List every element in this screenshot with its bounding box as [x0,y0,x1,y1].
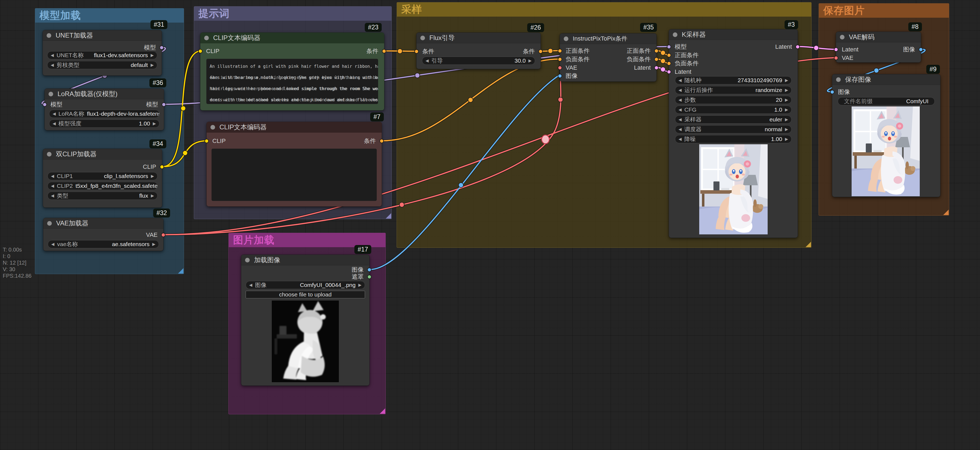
output-slot-negative[interactable] [654,57,659,62]
arrow-left-icon[interactable]: ◀ [678,107,682,112]
output-slot-image[interactable] [919,48,923,52]
widget-denoise[interactable]: ◀ 降噪 1.00 ▶ [675,135,792,143]
widget-guidance[interactable]: ◀ 引导 30.0 ▶ [422,57,535,65]
widget-cfg[interactable]: ◀ CFG 1.0 ▶ [675,106,792,114]
arrow-right-icon[interactable]: ▶ [152,242,155,247]
arrow-right-icon[interactable]: ▶ [358,282,361,287]
input-slot-positive[interactable] [667,53,671,57]
node-lora-loader[interactable]: LoRA加载器(仅模型) 模型 模型 ◀ LoRA名称 flux1-depth-… [45,89,164,130]
collapse-dot-icon[interactable] [47,33,51,38]
group-resize-handle[interactable] [380,408,385,414]
collapse-dot-icon[interactable] [564,36,568,41]
output-slot-cond[interactable] [382,49,386,53]
arrow-right-icon[interactable]: ▶ [153,121,156,126]
arrow-right-icon[interactable]: ▶ [785,117,788,122]
arrow-left-icon[interactable]: ◀ [51,184,54,189]
group-save-image-header[interactable]: 保存图片 [819,3,949,18]
input-slot-image[interactable] [558,74,562,78]
arrow-left-icon[interactable]: ◀ [678,127,682,132]
arrow-left-icon[interactable]: ◀ [52,121,56,126]
collapse-dot-icon[interactable] [673,32,678,37]
node-load-image[interactable]: 加载图像 图像 遮罩 ◀ 图像 ComfyUI_00044_.png ▶ cho… [241,255,370,386]
input-slot-image[interactable] [830,90,834,94]
arrow-left-icon[interactable]: ◀ [678,117,682,122]
group-resize-handle[interactable] [178,268,183,274]
arrow-left-icon[interactable]: ◀ [51,193,54,198]
arrow-right-icon[interactable]: ▶ [151,53,154,58]
output-slot-model[interactable] [162,102,166,107]
collapse-dot-icon[interactable] [47,152,51,157]
output-slot-latent[interactable] [795,44,800,49]
collapse-dot-icon[interactable] [836,77,841,82]
output-slot-cond[interactable] [538,49,543,54]
node-clip-text-negative[interactable]: CLIP文本编码器 CLIP 条件 [206,122,382,207]
output-slot-latent[interactable] [654,66,659,70]
output-slot-model[interactable] [159,46,164,50]
collapse-dot-icon[interactable] [245,258,250,262]
arrow-right-icon[interactable]: ▶ [528,58,531,63]
arrow-left-icon[interactable]: ◀ [678,88,682,93]
widget-clip2[interactable]: ◀ CLIP2 t5xxl_fp8_e4m3fn_scaled.safete..… [48,182,158,190]
arrow-right-icon[interactable]: ▶ [785,78,788,83]
prompt-textarea-empty[interactable] [212,149,377,201]
node-dual-clip-loader[interactable]: 双CLIP加载器 CLIP ◀ CLIP1 clip_l.safetensors… [43,149,162,208]
node-save-image[interactable]: 保存图像 图像 文件名前缀 ComfyUI [832,74,940,197]
collapse-dot-icon[interactable] [204,36,209,40]
input-slot-latent[interactable] [667,70,671,74]
arrow-left-icon[interactable]: ◀ [51,53,54,58]
widget-lora-name[interactable]: ◀ LoRA名称 flux1-depth-dev-lora.safetens..… [49,110,159,118]
widget-filename-prefix[interactable]: 文件名前缀 ComfyUI [838,97,935,105]
output-slot-positive[interactable] [654,49,659,53]
widget-vae-name[interactable]: ◀ vae名称 ae.safetensors ▶ [48,240,159,248]
output-slot-clip[interactable] [160,165,164,169]
output-slot-image[interactable] [367,268,372,272]
arrow-left-icon[interactable]: ◀ [51,242,54,247]
arrow-right-icon[interactable]: ▶ [785,137,788,141]
input-slot-vae[interactable] [834,56,838,60]
collapse-dot-icon[interactable] [840,35,845,40]
collapse-dot-icon[interactable] [47,221,52,226]
widget-clip-type[interactable]: ◀ 类型 flux ▶ [48,192,158,200]
node-instructpix2pix[interactable]: InstructPixToPix条件 正面条件 负面条件 VAE 图像 正面条件… [560,33,657,82]
widget-seed[interactable]: ◀ 随机种 27433102490769 ▶ [675,76,792,84]
widget-model-strength[interactable]: ◀ 模型强度 1.00 ▶ [49,119,159,128]
node-flux-guidance[interactable]: Flux引导 条件 条件 ◀ 引导 30.0 ▶ [416,32,541,69]
arrow-left-icon[interactable]: ◀ [678,137,682,141]
group-resize-handle[interactable] [943,210,949,215]
arrow-right-icon[interactable]: ▶ [785,127,788,132]
widget-scheduler[interactable]: ◀ 调度器 normal ▶ [675,125,792,133]
node-vae-loader[interactable]: VAE加载器 VAE ◀ vae名称 ae.safetensors ▶ [43,218,164,251]
arrow-right-icon[interactable]: ▶ [785,107,788,112]
widget-clip1[interactable]: ◀ CLIP1 clip_l.safetensors ▶ [48,172,158,180]
node-ksampler[interactable]: K采样器 模型 正面条件 负面条件 Latent Latent ◀ 随机种 27… [669,29,798,238]
group-resize-handle[interactable] [386,213,391,219]
widget-unet-name[interactable]: ◀ UNET名称 flux1-dev.safetensors ▶ [47,51,157,59]
input-slot-negative[interactable] [667,61,671,66]
arrow-left-icon[interactable]: ◀ [52,111,56,116]
node-clip-text-positive[interactable]: CLIP文本编码器 CLIP 条件 An illustration of a g… [200,32,384,111]
arrow-left-icon[interactable]: ◀ [678,97,682,102]
widget-sampler-name[interactable]: ◀ 采样器 euler ▶ [675,116,792,124]
group-sampling-header[interactable]: 采样 [397,2,811,17]
output-slot-cond[interactable] [379,139,384,143]
arrow-right-icon[interactable]: ▶ [151,193,154,198]
arrow-left-icon[interactable]: ◀ [426,58,429,63]
group-resize-handle[interactable] [805,242,811,247]
upload-button[interactable]: choose file to upload [246,291,365,298]
widget-steps[interactable]: ◀ 步数 20 ▶ [675,96,792,104]
widget-control-after-generate[interactable]: ◀ 运行后操作 randomize ▶ [675,86,792,94]
output-slot-mask[interactable] [367,275,372,279]
node-unet-loader[interactable]: UNET加载器 模型 ◀ UNET名称 flux1-dev.safetensor… [43,30,162,76]
arrow-left-icon[interactable]: ◀ [249,282,253,287]
arrow-left-icon[interactable]: ◀ [51,63,54,68]
arrow-right-icon[interactable]: ▶ [785,88,788,93]
arrow-left-icon[interactable]: ◀ [678,78,682,83]
arrow-right-icon[interactable]: ▶ [785,97,788,102]
group-prompt-header[interactable]: 提示词 [194,6,391,21]
arrow-right-icon[interactable]: ▶ [151,63,154,68]
node-vae-decode[interactable]: VAE解码 Latent VAE 图像 [836,32,921,63]
collapse-dot-icon[interactable] [420,36,425,40]
collapse-dot-icon[interactable] [49,92,53,97]
widget-weight-dtype[interactable]: ◀ 剪枝类型 default ▶ [47,61,157,69]
arrow-right-icon[interactable]: ▶ [151,174,154,179]
